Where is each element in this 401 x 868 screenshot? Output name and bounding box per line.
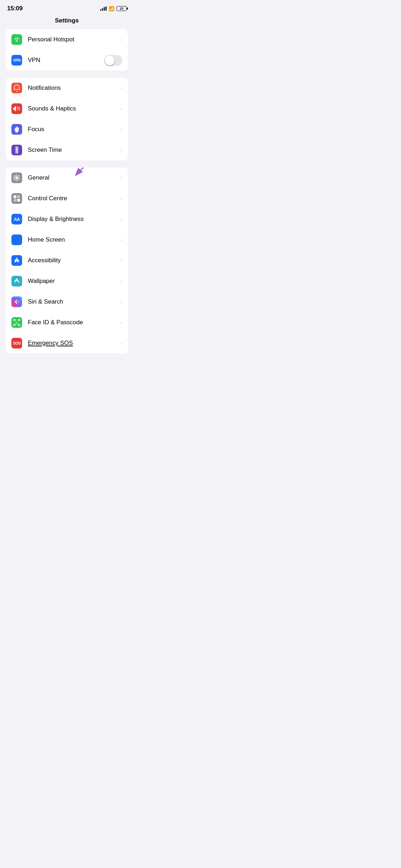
notifications-label: Notifications <box>28 84 118 92</box>
settings-row-siri-search[interactable]: Siri & Search › <box>6 291 128 312</box>
settings-row-screen-time[interactable]: Screen Time › <box>6 140 128 160</box>
nav-title: Settings <box>0 14 134 29</box>
focus-icon <box>11 124 22 135</box>
control-centre-icon <box>11 193 22 204</box>
accessibility-icon <box>11 255 22 266</box>
section-network-bottom: Personal Hotspot › VPN VPN <box>6 29 128 71</box>
settings-row-emergency-sos[interactable]: SOS Emergency SOS › <box>6 333 128 353</box>
vpn-toggle[interactable] <box>104 55 122 66</box>
home-screen-label: Home Screen <box>28 236 118 243</box>
display-brightness-label: Display & Brightness <box>28 216 118 223</box>
svg-rect-8 <box>18 319 20 321</box>
general-icon <box>11 172 22 183</box>
svg-rect-2 <box>14 195 16 198</box>
chevron-icon: › <box>120 258 122 263</box>
control-centre-label: Control Centre <box>28 195 118 202</box>
wifi-icon: 📶 <box>109 6 114 11</box>
chevron-icon: › <box>120 175 122 181</box>
svg-rect-9 <box>14 324 15 326</box>
svg-rect-5 <box>17 199 20 202</box>
personal-hotspot-label: Personal Hotspot <box>28 36 118 43</box>
status-icons: 📶 23 <box>100 6 127 11</box>
svg-point-12 <box>17 322 18 322</box>
chevron-icon: › <box>120 216 122 222</box>
chevron-icon: › <box>120 196 122 201</box>
status-time: 15:09 <box>7 5 22 12</box>
settings-row-notifications[interactable]: Notifications › <box>6 78 128 98</box>
focus-label: Focus <box>28 126 118 133</box>
settings-row-accessibility[interactable]: Accessibility › <box>6 250 128 271</box>
chevron-icon: › <box>120 299 122 305</box>
personal-hotspot-icon <box>11 34 22 45</box>
home-screen-icon <box>11 234 22 245</box>
wallpaper-label: Wallpaper <box>28 278 118 285</box>
chevron-icon: › <box>120 106 122 112</box>
chevron-icon: › <box>120 237 122 243</box>
svg-rect-3 <box>17 195 20 198</box>
siri-icon <box>11 296 22 307</box>
settings-content: Personal Hotspot › VPN VPN Notifications… <box>0 29 134 353</box>
screen-time-label: Screen Time <box>28 146 118 154</box>
general-label: General <box>28 174 118 181</box>
vpn-icon: VPN <box>11 55 22 66</box>
face-id-label: Face ID & Passcode <box>28 319 118 326</box>
accessibility-label: Accessibility <box>28 257 118 264</box>
settings-row-display-brightness[interactable]: AA Display & Brightness › <box>6 209 128 229</box>
settings-row-general[interactable]: General › <box>6 167 128 188</box>
chevron-icon: › <box>120 147 122 153</box>
svg-point-11 <box>15 322 16 322</box>
sounds-haptics-label: Sounds & Haptics <box>28 105 118 112</box>
settings-row-control-centre[interactable]: Control Centre › <box>6 188 128 209</box>
svg-rect-4 <box>14 199 16 202</box>
emergency-sos-label: Emergency SOS <box>28 340 118 347</box>
status-bar: 15:09 📶 23 <box>0 0 134 14</box>
chevron-icon: › <box>120 126 122 132</box>
chevron-icon: › <box>120 320 122 325</box>
settings-row-vpn[interactable]: VPN VPN <box>6 50 128 71</box>
battery-icon: 23 <box>117 6 127 11</box>
settings-row-home-screen[interactable]: Home Screen › <box>6 229 128 250</box>
page-title: Settings <box>55 17 79 24</box>
svg-point-6 <box>16 258 17 259</box>
display-icon: AA <box>11 214 22 224</box>
chevron-icon: › <box>120 85 122 91</box>
settings-row-personal-hotspot[interactable]: Personal Hotspot › <box>6 29 128 50</box>
settings-row-focus[interactable]: Focus › <box>6 119 128 140</box>
chevron-icon: › <box>120 37 122 42</box>
siri-search-label: Siri & Search <box>28 298 118 305</box>
settings-row-face-id[interactable]: Face ID & Passcode › <box>6 312 128 333</box>
wallpaper-icon <box>11 276 22 286</box>
signal-icon <box>100 6 107 11</box>
svg-rect-10 <box>18 324 20 326</box>
chevron-icon: › <box>120 340 122 346</box>
face-id-icon <box>11 317 22 328</box>
section-display-group: General › Control Centre › AA Display & … <box>6 167 128 353</box>
emergency-sos-icon: SOS <box>11 338 22 348</box>
settings-row-wallpaper[interactable]: Wallpaper › <box>6 271 128 291</box>
notifications-icon <box>11 83 22 93</box>
screen-time-icon <box>11 145 22 155</box>
vpn-label: VPN <box>28 57 101 64</box>
svg-rect-7 <box>14 319 15 321</box>
sounds-icon <box>11 103 22 114</box>
chevron-icon: › <box>120 278 122 284</box>
settings-row-sounds-haptics[interactable]: Sounds & Haptics › <box>6 98 128 119</box>
section-notifications-group: Notifications › Sounds & Haptics › Focus <box>6 78 128 160</box>
